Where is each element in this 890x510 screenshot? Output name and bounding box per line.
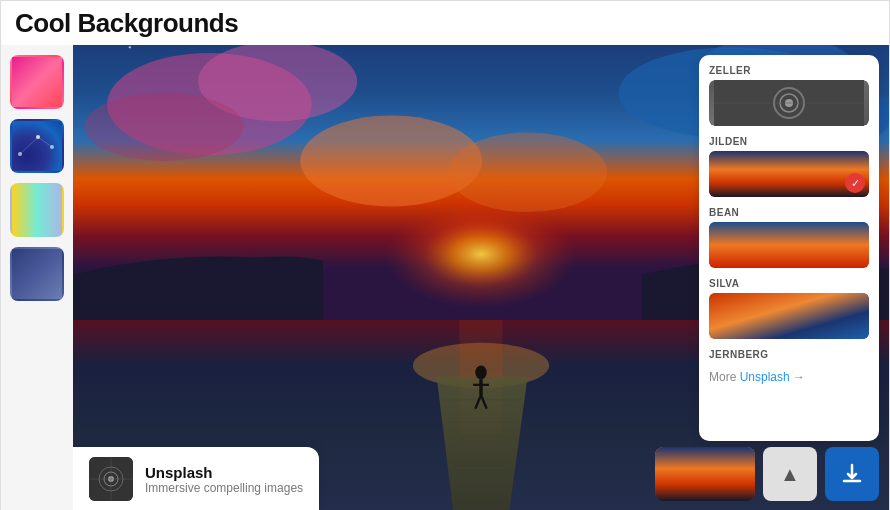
unsplash-link[interactable]: Unsplash (740, 370, 790, 384)
panel-label-jernberg: JERNBERG (709, 349, 869, 360)
panel-thumb-wrap-bean[interactable] (709, 222, 869, 268)
right-panel: ZELLER (699, 55, 879, 441)
panel-item-jilden[interactable]: JILDEN (709, 136, 869, 197)
panel-item-zeller[interactable]: ZELLER (709, 65, 869, 126)
main-area: Unsplash Immersive compelling images ZEL… (1, 45, 889, 510)
panel-item-bean[interactable]: BEAN (709, 207, 869, 268)
expand-button[interactable]: ▲ (763, 447, 817, 501)
svg-point-18 (475, 366, 486, 380)
more-unsplash-link: More Unsplash → (709, 370, 869, 384)
panel-thumb-zeller (709, 80, 869, 126)
bottom-info-panel: Unsplash Immersive compelling images (73, 447, 319, 510)
image-canvas: Unsplash Immersive compelling images ZEL… (73, 45, 889, 510)
panel-label-silva: SILVA (709, 278, 869, 289)
style-thumb-rainbow[interactable] (10, 183, 64, 237)
panel-item-silva[interactable]: SILVA (709, 278, 869, 339)
panel-thumb-wrap-silva[interactable] (709, 293, 869, 339)
panel-label-zeller: ZELLER (709, 65, 869, 76)
svg-rect-39 (709, 151, 869, 197)
panel-item-jernberg[interactable]: JERNBERG (709, 349, 869, 360)
svg-point-4 (84, 93, 243, 161)
header: Cool Backgrounds (1, 1, 889, 45)
svg-rect-42 (655, 447, 755, 501)
source-subtitle: Immersive compelling images (145, 481, 303, 495)
bottom-bar: ▲ (655, 447, 879, 501)
panel-thumb-wrap-zeller[interactable] (709, 80, 869, 126)
source-icon (89, 457, 133, 501)
svg-point-23 (129, 46, 131, 48)
style-thumb-constellation[interactable] (10, 119, 64, 173)
style-sidebar (1, 45, 73, 510)
panel-label-bean: BEAN (709, 207, 869, 218)
bottom-info-text: Unsplash Immersive compelling images (145, 464, 303, 495)
panel-thumb-wrap-jilden[interactable]: ✓ (709, 151, 869, 197)
panel-thumb-bean (709, 222, 869, 268)
download-button[interactable] (825, 447, 879, 501)
download-icon (840, 462, 864, 486)
panel-thumb-jilden (709, 151, 869, 197)
panel-label-jilden: JILDEN (709, 136, 869, 147)
app-container: Cool Backgrounds (0, 0, 890, 510)
svg-rect-41 (709, 293, 869, 339)
preview-thumbnail (655, 447, 755, 501)
svg-rect-40 (709, 222, 869, 268)
style-thumb-blue[interactable] (10, 247, 64, 301)
selected-badge-jilden: ✓ (845, 173, 865, 193)
source-title: Unsplash (145, 464, 303, 481)
style-thumb-pink[interactable] (10, 55, 64, 109)
panel-thumb-silva (709, 293, 869, 339)
page-title: Cool Backgrounds (15, 8, 238, 39)
svg-point-9 (448, 133, 607, 213)
